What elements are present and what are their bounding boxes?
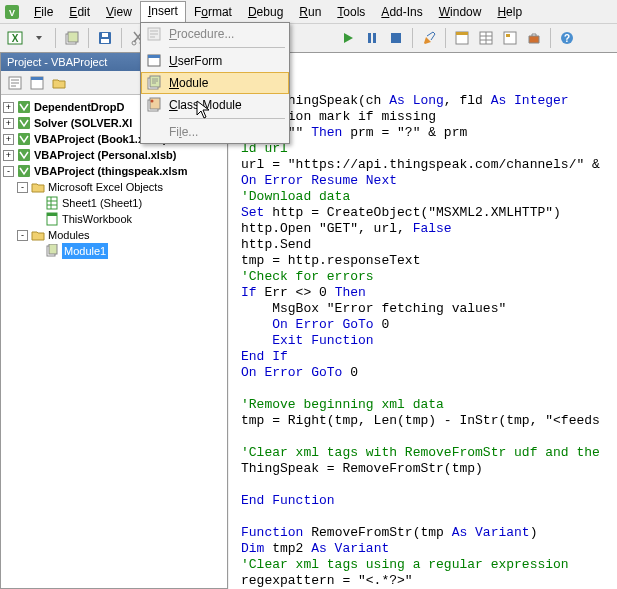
dd-classmodule-label: Class Module: [169, 98, 242, 112]
menu-view[interactable]: View: [98, 2, 140, 22]
svg-rect-15: [391, 33, 401, 43]
dd-module[interactable]: Module: [141, 72, 289, 94]
svg-rect-14: [373, 33, 376, 43]
tree-twist-icon: [31, 198, 42, 209]
vba-icon: [17, 100, 31, 114]
classmodule-icon: [145, 96, 163, 114]
svg-rect-7: [102, 33, 108, 37]
tree-item-label: DependentDropD: [34, 99, 124, 115]
svg-rect-8: [101, 39, 109, 43]
procedure-icon: [145, 25, 163, 43]
tree-item[interactable]: -Microsoft Excel Objects: [3, 179, 225, 195]
svg-point-30: [151, 100, 154, 103]
project-explorer-icon[interactable]: [451, 27, 473, 49]
tree-item-label: VBAProject (thingspeak.xlsm: [34, 163, 187, 179]
vba-icon: [17, 132, 31, 146]
tree-twist-icon[interactable]: -: [17, 230, 28, 241]
dd-module-label: Module: [169, 76, 208, 90]
tree-item[interactable]: ThisWorkbook: [3, 211, 225, 227]
help-icon[interactable]: ?: [556, 27, 578, 49]
menubar: V File Edit View Insert Format Debug Run…: [0, 0, 617, 24]
module-icon: [145, 74, 163, 92]
folder-icon: [31, 228, 45, 242]
toolbar: X ?: [0, 24, 617, 52]
tree-item-label: Solver (SOLVER.Xl: [34, 115, 132, 131]
folder-icon: [31, 180, 45, 194]
tree-twist-icon: [31, 214, 42, 225]
menu-run[interactable]: Run: [291, 2, 329, 22]
svg-rect-5: [68, 32, 78, 42]
svg-rect-39: [47, 197, 57, 209]
tree-twist-icon: [31, 246, 42, 257]
svg-rect-20: [506, 34, 510, 37]
tree-twist-icon[interactable]: +: [3, 102, 14, 113]
userform-icon: [145, 52, 163, 70]
tree-item-label: Sheet1 (Sheet1): [62, 195, 142, 211]
menu-edit[interactable]: Edit: [61, 2, 98, 22]
tree-item[interactable]: Module1: [3, 243, 225, 259]
menu-addins[interactable]: Add-Ins: [373, 2, 430, 22]
tree-twist-icon[interactable]: -: [3, 166, 14, 177]
svg-rect-27: [150, 76, 160, 87]
vba-icon: [17, 148, 31, 162]
tree-twist-icon[interactable]: +: [3, 134, 14, 145]
tree-item-label: Module1: [62, 243, 108, 259]
run-icon[interactable]: [337, 27, 359, 49]
save-icon[interactable]: [94, 27, 116, 49]
insert-module-icon[interactable]: [61, 27, 83, 49]
dd-classmodule[interactable]: Class Module: [141, 94, 289, 116]
view-object-icon[interactable]: [27, 73, 47, 93]
dd-procedure-label: Procedure...: [169, 27, 234, 41]
svg-rect-13: [368, 33, 371, 43]
svg-text:X: X: [12, 33, 19, 44]
svg-rect-33: [31, 77, 43, 80]
blank-icon: [145, 123, 163, 141]
vba-icon: [17, 116, 31, 130]
properties-icon[interactable]: [475, 27, 497, 49]
svg-text:?: ?: [564, 33, 570, 44]
app-icon: V: [4, 4, 20, 20]
tree-item-label: Modules: [48, 227, 90, 243]
insert-dropdown: Procedure... UserForm Module Class Modul…: [140, 22, 290, 144]
menu-debug[interactable]: Debug: [240, 2, 291, 22]
tree-item[interactable]: -Modules: [3, 227, 225, 243]
toggle-folders-icon[interactable]: [49, 73, 69, 93]
tree-item-label: Microsoft Excel Objects: [48, 179, 163, 195]
svg-rect-19: [504, 32, 516, 44]
tree-twist-icon[interactable]: -: [17, 182, 28, 193]
book-icon: [45, 212, 59, 226]
svg-rect-43: [49, 244, 57, 254]
svg-rect-17: [456, 32, 468, 35]
tree-twist-icon[interactable]: +: [3, 150, 14, 161]
dd-file[interactable]: File...: [141, 121, 289, 143]
dd-file-label: File...: [169, 125, 198, 139]
object-browser-icon[interactable]: [499, 27, 521, 49]
menu-window[interactable]: Window: [431, 2, 490, 22]
dd-userform-label: UserForm: [169, 54, 222, 68]
menu-tools[interactable]: Tools: [329, 2, 373, 22]
design-mode-icon[interactable]: [418, 27, 440, 49]
vba-icon: [17, 164, 31, 178]
pause-icon[interactable]: [361, 27, 383, 49]
tree-item[interactable]: +VBAProject (Personal.xlsb): [3, 147, 225, 163]
excel-icon[interactable]: X: [4, 27, 26, 49]
svg-rect-41: [47, 213, 57, 216]
tree-item[interactable]: Sheet1 (Sheet1): [3, 195, 225, 211]
menu-insert[interactable]: Insert: [140, 1, 186, 22]
sheet-icon: [45, 196, 59, 210]
dropdown-icon[interactable]: [28, 27, 50, 49]
view-code-icon[interactable]: [5, 73, 25, 93]
toolbox-icon[interactable]: [523, 27, 545, 49]
tree-item-label: ThisWorkbook: [62, 211, 132, 227]
menu-help[interactable]: Help: [489, 2, 530, 22]
stop-icon[interactable]: [385, 27, 407, 49]
tree-twist-icon[interactable]: +: [3, 118, 14, 129]
menu-format[interactable]: Format: [186, 2, 240, 22]
dd-procedure[interactable]: Procedure...: [141, 23, 289, 45]
dd-userform[interactable]: UserForm: [141, 50, 289, 72]
svg-text:V: V: [9, 8, 15, 18]
tree-item-label: VBAProject (Personal.xlsb): [34, 147, 176, 163]
module-icon: [45, 244, 59, 258]
tree-item[interactable]: -VBAProject (thingspeak.xlsm: [3, 163, 225, 179]
menu-file[interactable]: File: [26, 2, 61, 22]
